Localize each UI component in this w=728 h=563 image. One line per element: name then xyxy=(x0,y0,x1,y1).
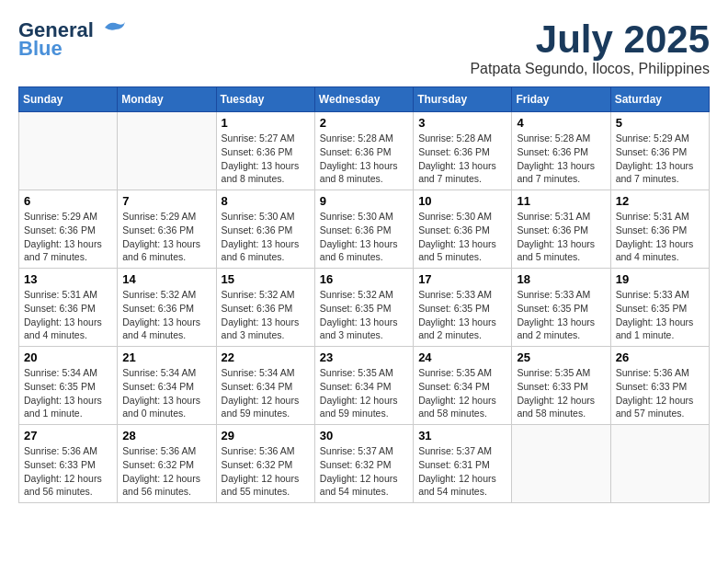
logo-bird-icon xyxy=(97,18,127,39)
day-info: Sunrise: 5:35 AM Sunset: 6:34 PM Dayligh… xyxy=(418,366,506,420)
day-number: 13 xyxy=(24,272,112,286)
day-info: Sunrise: 5:35 AM Sunset: 6:33 PM Dayligh… xyxy=(517,366,605,420)
calendar-cell: 17Sunrise: 5:33 AM Sunset: 6:35 PM Dayli… xyxy=(414,269,512,347)
calendar-cell: 8Sunrise: 5:30 AM Sunset: 6:36 PM Daylig… xyxy=(216,190,314,269)
calendar-cell: 21Sunrise: 5:34 AM Sunset: 6:34 PM Dayli… xyxy=(118,347,216,425)
calendar-cell xyxy=(118,112,216,190)
calendar-cell: 6Sunrise: 5:29 AM Sunset: 6:36 PM Daylig… xyxy=(19,190,118,269)
day-info: Sunrise: 5:28 AM Sunset: 6:36 PM Dayligh… xyxy=(418,132,506,186)
calendar-cell: 26Sunrise: 5:36 AM Sunset: 6:33 PM Dayli… xyxy=(610,347,709,425)
day-number: 15 xyxy=(222,272,310,286)
week-row-5: 27Sunrise: 5:36 AM Sunset: 6:33 PM Dayli… xyxy=(19,425,710,503)
day-number: 25 xyxy=(517,350,605,364)
day-number: 14 xyxy=(122,272,210,286)
day-info: Sunrise: 5:36 AM Sunset: 6:32 PM Dayligh… xyxy=(122,444,210,499)
day-number: 22 xyxy=(222,350,310,364)
day-info: Sunrise: 5:33 AM Sunset: 6:35 PM Dayligh… xyxy=(517,288,605,342)
day-info: Sunrise: 5:30 AM Sunset: 6:36 PM Dayligh… xyxy=(222,210,310,264)
calendar-cell xyxy=(512,425,610,503)
day-number: 19 xyxy=(616,272,704,286)
weekday-header-friday: Friday xyxy=(512,87,610,112)
day-info: Sunrise: 5:31 AM Sunset: 6:36 PM Dayligh… xyxy=(517,210,605,264)
calendar-cell: 18Sunrise: 5:33 AM Sunset: 6:35 PM Dayli… xyxy=(512,269,610,347)
calendar-cell: 19Sunrise: 5:33 AM Sunset: 6:35 PM Dayli… xyxy=(610,269,709,347)
day-number: 20 xyxy=(24,350,112,364)
day-info: Sunrise: 5:28 AM Sunset: 6:36 PM Dayligh… xyxy=(320,132,408,186)
day-info: Sunrise: 5:29 AM Sunset: 6:36 PM Dayligh… xyxy=(616,132,704,186)
day-info: Sunrise: 5:27 AM Sunset: 6:36 PM Dayligh… xyxy=(222,132,310,186)
day-number: 17 xyxy=(418,272,506,286)
day-number: 29 xyxy=(222,429,310,442)
day-number: 10 xyxy=(418,194,506,208)
calendar-cell: 14Sunrise: 5:32 AM Sunset: 6:36 PM Dayli… xyxy=(118,269,216,347)
calendar-cell: 27Sunrise: 5:36 AM Sunset: 6:33 PM Dayli… xyxy=(19,425,118,503)
day-info: Sunrise: 5:37 AM Sunset: 6:31 PM Dayligh… xyxy=(418,444,506,499)
day-number: 9 xyxy=(320,194,408,208)
day-number: 27 xyxy=(24,429,112,442)
day-number: 23 xyxy=(320,350,408,364)
day-info: Sunrise: 5:30 AM Sunset: 6:36 PM Dayligh… xyxy=(320,210,408,264)
day-number: 21 xyxy=(122,350,210,364)
day-info: Sunrise: 5:36 AM Sunset: 6:33 PM Dayligh… xyxy=(616,366,704,420)
day-number: 11 xyxy=(517,194,605,208)
logo: General Blue xyxy=(18,18,127,59)
day-info: Sunrise: 5:34 AM Sunset: 6:35 PM Dayligh… xyxy=(24,366,112,420)
day-number: 6 xyxy=(24,194,112,208)
day-info: Sunrise: 5:36 AM Sunset: 6:33 PM Dayligh… xyxy=(24,444,112,499)
calendar-cell: 20Sunrise: 5:34 AM Sunset: 6:35 PM Dayli… xyxy=(19,347,118,425)
calendar-cell: 1Sunrise: 5:27 AM Sunset: 6:36 PM Daylig… xyxy=(216,112,314,190)
weekday-header-sunday: Sunday xyxy=(19,87,118,112)
weekday-header-thursday: Thursday xyxy=(414,87,512,112)
day-info: Sunrise: 5:31 AM Sunset: 6:36 PM Dayligh… xyxy=(616,210,704,264)
calendar-cell: 3Sunrise: 5:28 AM Sunset: 6:36 PM Daylig… xyxy=(414,112,512,190)
calendar-cell: 7Sunrise: 5:29 AM Sunset: 6:36 PM Daylig… xyxy=(118,190,216,269)
day-info: Sunrise: 5:32 AM Sunset: 6:36 PM Dayligh… xyxy=(222,288,310,342)
day-number: 28 xyxy=(122,429,210,442)
calendar-cell: 16Sunrise: 5:32 AM Sunset: 6:35 PM Dayli… xyxy=(314,269,413,347)
day-number: 16 xyxy=(320,272,408,286)
calendar-cell: 23Sunrise: 5:35 AM Sunset: 6:34 PM Dayli… xyxy=(314,347,413,425)
day-number: 26 xyxy=(616,350,704,364)
day-number: 30 xyxy=(320,429,408,442)
logo-blue: Blue xyxy=(18,39,63,59)
weekday-header-tuesday: Tuesday xyxy=(216,87,314,112)
calendar-cell: 15Sunrise: 5:32 AM Sunset: 6:36 PM Dayli… xyxy=(216,269,314,347)
title-section: July 2025 Patpata Segundo, Ilocos, Phili… xyxy=(470,18,710,77)
day-info: Sunrise: 5:34 AM Sunset: 6:34 PM Dayligh… xyxy=(222,366,310,420)
weekday-header-row: SundayMondayTuesdayWednesdayThursdayFrid… xyxy=(19,87,710,112)
day-number: 3 xyxy=(418,116,506,130)
calendar-cell: 5Sunrise: 5:29 AM Sunset: 6:36 PM Daylig… xyxy=(610,112,709,190)
calendar-cell: 29Sunrise: 5:36 AM Sunset: 6:32 PM Dayli… xyxy=(216,425,314,503)
calendar-cell: 28Sunrise: 5:36 AM Sunset: 6:32 PM Dayli… xyxy=(118,425,216,503)
day-number: 4 xyxy=(517,116,605,130)
week-row-4: 20Sunrise: 5:34 AM Sunset: 6:35 PM Dayli… xyxy=(19,347,710,425)
calendar-cell: 24Sunrise: 5:35 AM Sunset: 6:34 PM Dayli… xyxy=(414,347,512,425)
calendar-cell: 13Sunrise: 5:31 AM Sunset: 6:36 PM Dayli… xyxy=(19,269,118,347)
day-number: 12 xyxy=(616,194,704,208)
weekday-header-saturday: Saturday xyxy=(610,87,709,112)
day-info: Sunrise: 5:30 AM Sunset: 6:36 PM Dayligh… xyxy=(418,210,506,264)
day-number: 18 xyxy=(517,272,605,286)
calendar-cell xyxy=(610,425,709,503)
calendar-cell: 31Sunrise: 5:37 AM Sunset: 6:31 PM Dayli… xyxy=(414,425,512,503)
calendar-cell: 9Sunrise: 5:30 AM Sunset: 6:36 PM Daylig… xyxy=(314,190,413,269)
day-info: Sunrise: 5:35 AM Sunset: 6:34 PM Dayligh… xyxy=(320,366,408,420)
day-info: Sunrise: 5:29 AM Sunset: 6:36 PM Dayligh… xyxy=(24,210,112,264)
day-number: 7 xyxy=(122,194,210,208)
calendar-cell: 22Sunrise: 5:34 AM Sunset: 6:34 PM Dayli… xyxy=(216,347,314,425)
day-number: 1 xyxy=(222,116,310,130)
calendar-cell: 25Sunrise: 5:35 AM Sunset: 6:33 PM Dayli… xyxy=(512,347,610,425)
weekday-header-monday: Monday xyxy=(118,87,216,112)
calendar-cell: 11Sunrise: 5:31 AM Sunset: 6:36 PM Dayli… xyxy=(512,190,610,269)
month-year-title: July 2025 xyxy=(470,18,710,61)
calendar-cell: 10Sunrise: 5:30 AM Sunset: 6:36 PM Dayli… xyxy=(414,190,512,269)
weekday-header-wednesday: Wednesday xyxy=(314,87,413,112)
day-info: Sunrise: 5:33 AM Sunset: 6:35 PM Dayligh… xyxy=(616,288,704,342)
day-info: Sunrise: 5:29 AM Sunset: 6:36 PM Dayligh… xyxy=(122,210,210,264)
calendar-cell: 12Sunrise: 5:31 AM Sunset: 6:36 PM Dayli… xyxy=(610,190,709,269)
calendar-cell: 30Sunrise: 5:37 AM Sunset: 6:32 PM Dayli… xyxy=(314,425,413,503)
day-info: Sunrise: 5:36 AM Sunset: 6:32 PM Dayligh… xyxy=(222,444,310,499)
week-row-2: 6Sunrise: 5:29 AM Sunset: 6:36 PM Daylig… xyxy=(19,190,710,269)
day-info: Sunrise: 5:28 AM Sunset: 6:36 PM Dayligh… xyxy=(517,132,605,186)
calendar-table: SundayMondayTuesdayWednesdayThursdayFrid… xyxy=(18,86,710,503)
